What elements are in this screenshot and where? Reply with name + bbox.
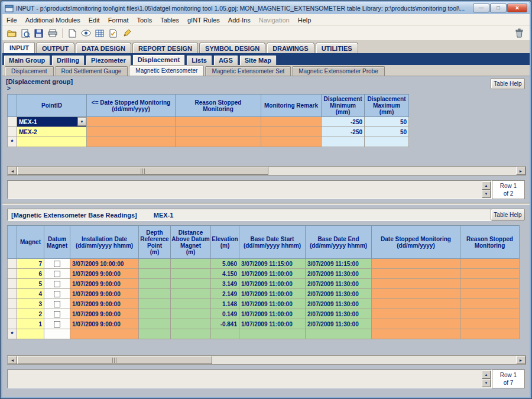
- row-selector[interactable]: [8, 259, 17, 269]
- disp-min-cell[interactable]: [322, 137, 365, 147]
- base-date-start-cell[interactable]: 1/07/2009 11:00:00: [239, 279, 306, 289]
- tab-magnetic-extensometer-set[interactable]: Magnetic Extensometer Set: [205, 66, 291, 76]
- scrollbar-track[interactable]: [17, 167, 516, 175]
- scroll-up-button[interactable]: ▲: [482, 181, 491, 190]
- remark-memo-box[interactable]: ▲ ▼: [7, 369, 492, 388]
- reason-stopped-cell[interactable]: [460, 259, 520, 269]
- base-date-end-cell[interactable]: 2/07/2009 11:30:00: [306, 289, 372, 299]
- disp-min-cell[interactable]: -250: [322, 127, 365, 137]
- disp-max-cell[interactable]: 50: [365, 117, 409, 127]
- date-stopped-cell[interactable]: [372, 319, 460, 329]
- datum-magnet-checkbox[interactable]: [54, 281, 60, 287]
- datum-magnet-checkbox[interactable]: [54, 301, 60, 307]
- disp-min-cell[interactable]: -250: [322, 117, 365, 127]
- base-date-start-cell[interactable]: 3/07/2009 11:15:00: [239, 259, 306, 269]
- table-help-button[interactable]: Table Help: [491, 209, 525, 220]
- depth-reference-cell[interactable]: [139, 289, 171, 299]
- tab-displacement[interactable]: Displacement: [5, 66, 54, 76]
- record-expander[interactable]: >: [7, 85, 11, 92]
- distance-above-cell[interactable]: [171, 329, 211, 339]
- datum-magnet-checkbox[interactable]: [54, 271, 60, 277]
- row-selector[interactable]: [8, 117, 17, 127]
- print-preview-icon[interactable]: [19, 27, 31, 39]
- distance-above-cell[interactable]: [171, 289, 211, 299]
- row-selector[interactable]: [8, 279, 17, 289]
- close-button[interactable]: ×: [507, 4, 527, 12]
- datum-magnet-cell[interactable]: [44, 279, 70, 289]
- magnet-cell[interactable]: 7: [17, 259, 44, 269]
- row-selector[interactable]: [8, 127, 17, 137]
- scroll-down-button[interactable]: ▼: [482, 190, 491, 198]
- table-help-button[interactable]: Table Help: [491, 78, 525, 89]
- scroll-up-button[interactable]: ▲: [482, 371, 491, 379]
- tab-utilities[interactable]: UTILITIES: [316, 43, 358, 53]
- date-stopped-cell[interactable]: [372, 299, 460, 309]
- menu-additional-modules[interactable]: Additional Modules: [21, 15, 85, 25]
- scroll-down-button[interactable]: ▼: [482, 379, 491, 387]
- tab-report-design[interactable]: REPORT DESIGN: [132, 43, 198, 53]
- row-selector[interactable]: [8, 299, 17, 309]
- menu-help[interactable]: Help: [294, 15, 316, 25]
- tab-lists[interactable]: Lists: [186, 55, 212, 65]
- elevation-cell[interactable]: -0.841: [211, 319, 239, 329]
- date-stopped-cell[interactable]: [372, 279, 460, 289]
- depth-reference-cell[interactable]: [139, 259, 171, 269]
- magnet-cell[interactable]: 3: [17, 299, 44, 309]
- row-selector[interactable]: [8, 269, 17, 279]
- depth-reference-cell[interactable]: [139, 269, 171, 279]
- installation-date-cell[interactable]: 3/07/2009 10:00:00: [70, 259, 139, 269]
- tab-magnetic-extensometer[interactable]: Magnetic Extensometer: [129, 66, 204, 76]
- document-icon[interactable]: [66, 27, 79, 39]
- date-stopped-cell[interactable]: [372, 259, 460, 269]
- scroll-right-button[interactable]: ►: [516, 356, 525, 364]
- pointid-cell[interactable]: MEX-1▼: [17, 117, 87, 127]
- maximize-button[interactable]: □: [490, 4, 507, 12]
- magnet-cell[interactable]: 5: [17, 279, 44, 289]
- date-stopped-cell[interactable]: [372, 289, 460, 299]
- elevation-cell[interactable]: 5.060: [211, 259, 239, 269]
- tab-drawings[interactable]: DRAWINGS: [267, 43, 314, 53]
- date-stopped-cell[interactable]: [372, 309, 460, 319]
- scrollbar-thumb[interactable]: [17, 356, 212, 364]
- base-date-start-cell[interactable]: 1/07/2009 11:00:00: [239, 309, 306, 319]
- reason-stopped-cell[interactable]: [176, 137, 261, 147]
- depth-reference-cell[interactable]: [139, 299, 171, 309]
- scroll-right-button[interactable]: ►: [516, 167, 525, 175]
- menu-format[interactable]: Format: [104, 15, 133, 25]
- new-page-icon[interactable]: [107, 27, 119, 39]
- installation-date-cell[interactable]: [70, 329, 139, 339]
- installation-date-cell[interactable]: 1/07/2009 9:00:00: [70, 319, 139, 329]
- print-icon[interactable]: [46, 27, 59, 39]
- tab-piezometer[interactable]: Piezometer: [86, 55, 131, 65]
- tab-main-group[interactable]: Main Group: [4, 55, 50, 65]
- elevation-cell[interactable]: 0.149: [211, 309, 239, 319]
- scroll-left-button[interactable]: ◄: [8, 167, 17, 175]
- menu-add-ins[interactable]: Add-Ins: [224, 15, 255, 25]
- installation-date-cell[interactable]: 1/07/2009 9:00:00: [70, 309, 139, 319]
- reason-stopped-cell[interactable]: [460, 289, 520, 299]
- monitoring-remark-cell[interactable]: [261, 137, 322, 147]
- datum-magnet-checkbox[interactable]: [54, 311, 60, 317]
- distance-above-cell[interactable]: [171, 259, 211, 269]
- disp-max-cell[interactable]: [365, 137, 409, 147]
- base-date-end-cell[interactable]: 2/07/2009 11:30:00: [306, 269, 372, 279]
- depth-reference-cell[interactable]: [139, 309, 171, 319]
- date-stopped-cell[interactable]: [87, 137, 176, 147]
- reason-stopped-cell[interactable]: [460, 269, 520, 279]
- new-row-marker[interactable]: *: [8, 329, 17, 339]
- distance-above-cell[interactable]: [171, 279, 211, 289]
- base-date-end-cell[interactable]: 2/07/2009 11:30:00: [306, 279, 372, 289]
- date-stopped-cell[interactable]: [372, 329, 460, 339]
- menu-file[interactable]: File: [2, 15, 21, 25]
- save-icon[interactable]: [33, 27, 45, 39]
- row-selector[interactable]: [8, 319, 17, 329]
- monitoring-remark-cell[interactable]: [261, 117, 322, 127]
- magnet-cell[interactable]: 2: [17, 309, 44, 319]
- elevation-cell[interactable]: 2.149: [211, 289, 239, 299]
- datum-magnet-cell[interactable]: [44, 269, 70, 279]
- eye-preview-icon[interactable]: [80, 27, 92, 39]
- base-date-end-cell[interactable]: 2/07/2009 11:30:00: [306, 299, 372, 309]
- remark-memo-box[interactable]: ▲ ▼: [7, 180, 492, 199]
- depth-reference-cell[interactable]: [139, 319, 171, 329]
- distance-above-cell[interactable]: [171, 319, 211, 329]
